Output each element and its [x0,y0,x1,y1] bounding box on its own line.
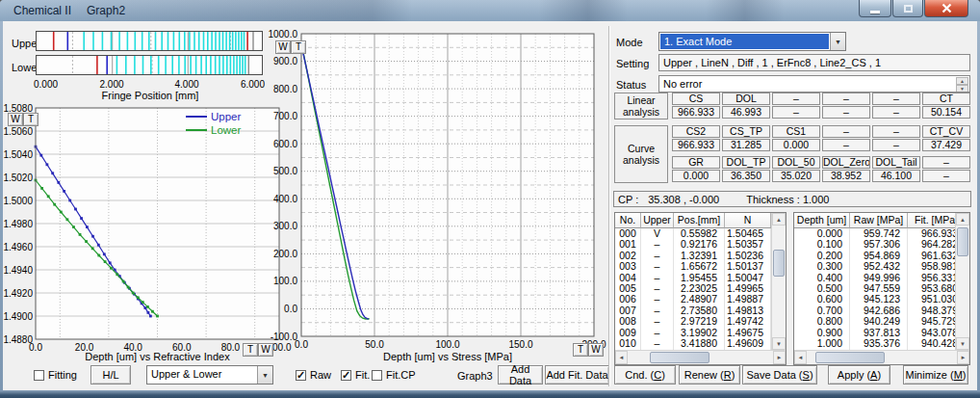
apply-button[interactable]: Apply (A) [828,365,890,385]
curve-analysis-values-2: 0.00036.35035.02038.95246.100– [672,170,970,182]
w-toggle-button[interactable]: W [8,113,23,126]
chevron-down-icon[interactable]: ▼ [830,33,845,50]
column-header[interactable]: No. [615,213,641,228]
table-row[interactable]: 0.000959.742966.933 [794,228,955,239]
minimize-window-button[interactable] [859,0,891,17]
vertical-scrollbar[interactable]: ▲ ▼ [771,213,786,350]
table-row[interactable]: 0.100957.306964.282 [794,239,955,250]
table-row[interactable]: 008–2.972191.49742 [615,316,771,327]
table-cell: 949.996 [850,273,908,283]
window-frame-bottom [0,390,980,398]
horizontal-scrollbar[interactable]: ◄ ► [615,350,786,364]
fringe-band-lower [36,55,263,75]
w-toggle-button[interactable]: W [275,40,291,54]
scroll-down-icon[interactable]: ▼ [956,337,969,350]
table-row[interactable]: 010–3.418801.49609 [615,338,771,349]
scroll-left-icon[interactable]: ◄ [794,351,807,364]
title-bar[interactable]: Chemical IIGraph2 [0,0,980,21]
table-cell: 1.50236 [725,251,771,261]
scroll-right-icon[interactable]: ► [957,351,969,364]
table-cell: 2.48907 [674,294,725,305]
close-window-button[interactable] [924,0,968,17]
scroll-right-icon[interactable]: ► [773,351,786,364]
chevron-down-icon[interactable]: ▼ [257,366,272,384]
table-row[interactable]: 0.400949.996956.331 [794,273,955,283]
table-cell: 942.686 [850,305,908,316]
analysis-cell: – [922,170,970,182]
analysis-cell: 37.429 [922,139,970,151]
cnd-button[interactable]: Cnd. (C) [614,365,676,385]
table-row[interactable]: 0.500947.559953.680 [794,283,955,294]
vertical-scrollbar[interactable]: ▲ ▼ [955,213,969,350]
table-row[interactable]: 0.900937.813943.078 [794,328,955,338]
column-header[interactable]: N [725,213,771,228]
table-row[interactable]: 001–0.921761.50357 [615,239,771,250]
table-row[interactable]: 0.600945.123951.030 [794,294,955,305]
add-fit-data-button[interactable]: Add Fit. Data [545,365,609,385]
scroll-down-icon[interactable]: ▼ [772,337,786,350]
t-toggle-button[interactable]: T [573,343,588,357]
table-cell: 951.030 [908,294,955,305]
raw-checkbox[interactable]: ✓ Raw [296,368,331,382]
svg-text:1.4920: 1.4920 [3,288,33,299]
window-title: Chemical IIGraph2 [13,0,125,21]
column-header[interactable]: Depth [um] [794,213,850,228]
table-row[interactable]: 0.200954.869961.632 [794,251,955,261]
minimize-panel-button[interactable]: Minimize (M) [903,365,968,385]
table-row[interactable]: 0.800940.249945.729 [794,316,955,327]
series-select[interactable]: Upper & Lower ▼ [146,365,273,385]
table-row[interactable]: 004–1.954551.50047 [615,273,771,283]
mode-select[interactable]: 1. Exact Mode ▼ [658,32,846,51]
table-cell: 000 [615,228,641,239]
status-label: Status [616,79,646,91]
table-row[interactable]: 003–1.656721.50137 [615,261,771,272]
t-toggle-button[interactable]: T [243,343,258,357]
spinner-down-icon[interactable]: ▼ [956,85,968,93]
scrollbar-thumb[interactable] [815,352,885,363]
column-header[interactable]: Raw [MPa] [850,213,908,228]
table-row[interactable]: 000V0.559821.50465 [615,228,771,239]
column-header[interactable]: Fit. [MPa] [908,213,955,228]
table-row[interactable]: 007–2.735801.49813 [615,305,771,316]
table-row[interactable]: 0.300952.432958.981 [794,261,955,272]
table-row[interactable]: 1.000935.376940.428 [794,338,955,349]
analysis-cell: DOL_Tail [872,156,920,169]
table-row[interactable]: 002–1.323911.50236 [615,251,771,261]
hl-button[interactable]: H/L [90,365,131,385]
column-header[interactable]: Upper [641,213,674,228]
fit-checkbox[interactable]: ✓ Fit. [341,368,370,382]
w-toggle-button[interactable]: W [588,343,604,357]
table-row[interactable]: 006–2.489071.49887 [615,294,771,305]
table-row[interactable]: 009–3.199021.49675 [615,328,771,338]
save-data-button[interactable]: Save Data (S) [742,365,817,385]
horizontal-scrollbar[interactable]: ◄ ► [794,350,969,364]
analysis-cell: 36.350 [722,170,770,182]
table-cell: 004 [615,273,641,283]
scroll-up-icon[interactable]: ▲ [956,213,969,226]
scrollbar-thumb[interactable] [957,227,968,256]
fitting-checkbox[interactable]: Fitting [34,368,77,382]
svg-text:400.0: 400.0 [273,194,297,204]
scrollbar-thumb[interactable] [650,352,709,363]
scroll-up-icon[interactable]: ▲ [772,213,786,226]
t-toggle-button[interactable]: T [23,113,39,126]
scrollbar-thumb[interactable] [773,250,785,277]
fringe-band-upper [36,31,263,51]
table-row[interactable]: 005–2.230251.49965 [615,283,771,294]
linear-analysis-label: Linearanalysis [614,93,668,119]
table-cell: 953.680 [908,283,955,294]
maximize-window-button[interactable] [892,0,923,17]
status-field: No error ▲ ▼ [658,75,970,93]
setting-field: Upper , LineN , Diff , 1 , ErFnc8 , Line… [658,54,970,71]
add-data-button[interactable]: Add Data [498,365,543,385]
spinner-up-icon[interactable]: ▲ [956,77,968,85]
t-toggle-button[interactable]: T [291,40,306,54]
svg-text:150.0: 150.0 [508,339,532,350]
scroll-left-icon[interactable]: ◄ [615,351,628,364]
column-header[interactable]: Pos.[mm] [674,213,725,228]
curve-analysis-values-1: 966.93331.2850.000––37.429 [672,139,970,151]
fitcp-checkbox[interactable]: Fit.CP [372,368,416,382]
table-row[interactable]: 0.700942.686948.379 [794,305,955,316]
table-cell: 948.379 [908,305,955,316]
renew-button[interactable]: Renew (R) [679,365,740,385]
